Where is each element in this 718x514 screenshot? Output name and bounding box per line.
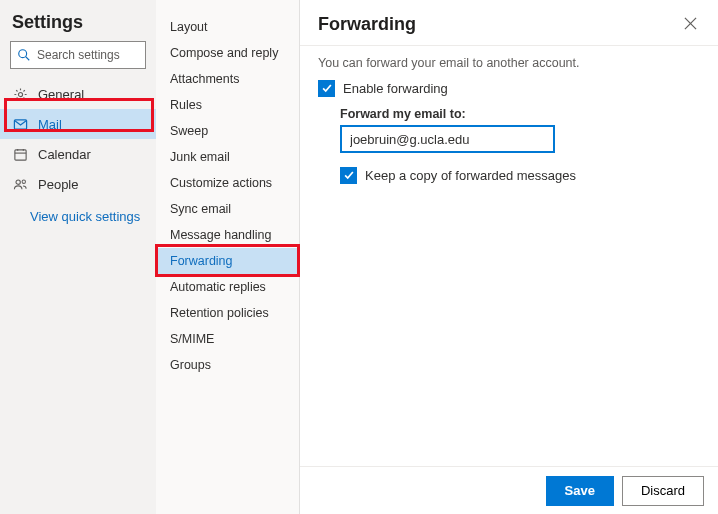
nav-item-calendar[interactable]: Calendar [0,139,156,169]
sub-item-layout[interactable]: Layout [156,14,299,40]
sub-item-retention[interactable]: Retention policies [156,300,299,326]
svg-point-9 [22,180,25,183]
nav-item-mail[interactable]: Mail [0,109,156,139]
panel-title: Forwarding [318,14,416,35]
settings-title: Settings [0,0,156,41]
svg-point-8 [16,180,20,184]
nav-item-general[interactable]: General [0,79,156,109]
nav-item-people[interactable]: People [0,169,156,199]
panel-footer: Save Discard [300,466,718,514]
keep-copy-checkbox[interactable] [340,167,357,184]
save-button[interactable]: Save [546,476,614,506]
sub-item-sweep[interactable]: Sweep [156,118,299,144]
search-icon [17,48,31,62]
nav-label: Calendar [38,147,91,162]
people-icon [12,176,28,192]
gear-icon [12,86,28,102]
panel-intro: You can forward your email to another ac… [318,56,700,70]
checkmark-icon [321,80,333,98]
nav-label: People [38,177,78,192]
keep-copy-label: Keep a copy of forwarded messages [365,168,576,183]
sub-item-msg-handling[interactable]: Message handling [156,222,299,248]
sub-item-auto-replies[interactable]: Automatic replies [156,274,299,300]
forward-to-label: Forward my email to: [340,107,700,121]
svg-rect-4 [14,149,25,159]
sub-item-forwarding[interactable]: Forwarding [156,248,299,274]
forwarding-panel: Forwarding You can forward your email to… [300,0,718,514]
sub-item-groups[interactable]: Groups [156,352,299,378]
checkmark-icon [343,167,355,185]
sub-item-smime[interactable]: S/MIME [156,326,299,352]
sub-item-customize[interactable]: Customize actions [156,170,299,196]
svg-line-1 [26,57,30,61]
search-settings-box[interactable] [10,41,146,69]
sub-item-compose[interactable]: Compose and reply [156,40,299,66]
divider [300,45,718,46]
close-button[interactable] [680,15,700,35]
close-icon [684,16,697,34]
mail-subnav: Layout Compose and reply Attachments Rul… [156,0,300,514]
sub-item-sync[interactable]: Sync email [156,196,299,222]
settings-sidebar: Settings General Mail Calendar People Vi… [0,0,156,514]
svg-point-0 [19,50,27,58]
sub-item-junk[interactable]: Junk email [156,144,299,170]
forward-to-input[interactable] [340,125,555,153]
svg-point-2 [18,92,22,96]
discard-button[interactable]: Discard [622,476,704,506]
mail-icon [12,116,28,132]
nav-label: General [38,87,84,102]
sub-item-rules[interactable]: Rules [156,92,299,118]
calendar-icon [12,146,28,162]
enable-forwarding-label: Enable forwarding [343,81,448,96]
nav-label: Mail [38,117,62,132]
enable-forwarding-checkbox[interactable] [318,80,335,97]
sub-item-attachments[interactable]: Attachments [156,66,299,92]
view-quick-settings-link[interactable]: View quick settings [0,199,156,224]
